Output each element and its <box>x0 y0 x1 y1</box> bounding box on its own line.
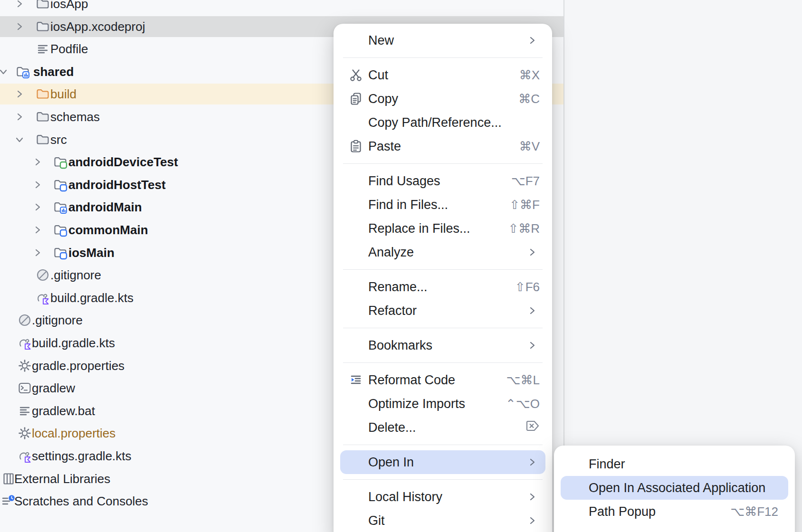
menu-item-shortcut: ⌘X <box>519 68 540 83</box>
menu-separator <box>343 163 543 164</box>
chevron-right-icon[interactable] <box>32 157 43 167</box>
chevron-down-icon[interactable] <box>14 134 25 145</box>
menu-item-shortcut: ⌃⌥O <box>506 397 540 411</box>
menu-item-label: Cut <box>368 68 388 83</box>
menu-item-label: Paste <box>368 139 401 154</box>
menu-item-shortcut: ⌥⌘L <box>506 373 540 388</box>
menu-item-local-history[interactable]: Local History <box>340 485 545 509</box>
submenu-item-path-popup[interactable]: Path Popup⌥⌘F12 <box>561 500 788 523</box>
submenu-arrow-icon <box>527 34 537 47</box>
menu-item-delete[interactable]: Delete... <box>340 416 545 439</box>
tree-item-label: .gitignore <box>32 313 83 328</box>
menu-item-label: Find Usages <box>368 174 440 189</box>
folder-module-icon <box>15 64 30 79</box>
menu-item-shortcut: ⌘C <box>518 92 540 106</box>
chevron-right-icon[interactable] <box>32 202 43 212</box>
file-lines-icon <box>17 403 32 418</box>
menu-item-reformat-code[interactable]: Reformat Code⌥⌘L <box>340 368 545 392</box>
tree-item-label: gradle.properties <box>32 358 124 373</box>
folder-source-icon <box>53 222 68 238</box>
menu-item-shortcut: ⇧⌘F <box>509 198 540 212</box>
chevron-right-icon[interactable] <box>32 225 43 235</box>
chevron-right-icon[interactable] <box>14 112 25 122</box>
menu-item-bookmarks[interactable]: Bookmarks <box>340 333 545 357</box>
menu-item-label: Optimize Imports <box>368 397 465 411</box>
menu-item-replace-in-files[interactable]: Replace in Files...⇧⌘R <box>340 217 545 240</box>
menu-item-label: Analyze <box>368 245 414 260</box>
submenu-arrow-icon <box>527 456 537 468</box>
ide-screen: iosApp iosApp.xcodeproj Podfile shared b… <box>0 0 802 532</box>
menu-item-label: Copy <box>368 92 398 106</box>
menu-item-label: Replace in Files... <box>368 221 470 236</box>
tree-item-label: local.properties <box>32 426 115 441</box>
folder-source-icon <box>53 177 68 192</box>
folder-icon <box>35 19 50 34</box>
menu-item-label: Open In Associated Application <box>589 481 765 495</box>
tree-item-label: androidDeviceTest <box>68 155 178 170</box>
submenu-item-finder[interactable]: Finder <box>561 452 788 476</box>
menu-separator <box>343 362 543 363</box>
menu-item-analyze[interactable]: Analyze <box>340 240 545 264</box>
menu-item-open-in[interactable]: Open In <box>340 450 545 474</box>
folder-icon <box>35 0 50 11</box>
chevron-right-icon[interactable] <box>32 247 43 258</box>
menu-item-label: Path Popup <box>589 504 656 519</box>
context-menu: New Cut⌘X Copy⌘CCopy Path/Reference... P… <box>334 24 552 532</box>
folder-test-icon <box>53 154 68 170</box>
tree-item-label: shared <box>33 64 74 79</box>
submenu-item-open-in-associated-application[interactable]: Open In Associated Application <box>561 476 788 500</box>
copy-icon <box>348 91 364 107</box>
menu-separator <box>343 57 543 58</box>
tree-item-label: settings.gradle.kts <box>32 449 132 464</box>
tree-item-iosapp[interactable]: iosApp <box>0 0 563 14</box>
gradle-kts-icon <box>17 448 32 464</box>
submenu-arrow-icon <box>527 514 537 527</box>
tree-item-label: iosMain <box>68 245 115 260</box>
menu-item-shortcut: ⇧⌘R <box>508 221 540 236</box>
menu-item-git[interactable]: Git <box>340 509 545 532</box>
delete-forward-icon <box>525 420 540 436</box>
menu-item-cut[interactable]: Cut⌘X <box>340 63 545 87</box>
menu-item-label: Git <box>368 513 385 528</box>
menu-item-shortcut: ⌥⌘F12 <box>730 504 778 519</box>
tree-item-label: External Libraries <box>14 471 110 486</box>
chevron-right-icon[interactable] <box>14 0 25 9</box>
menu-item-label: Open In <box>368 455 414 470</box>
menu-item-rename[interactable]: Rename...⇧F6 <box>340 275 545 299</box>
menu-item-optimize-imports[interactable]: Optimize Imports⌃⌥O <box>340 392 545 416</box>
menu-item-new[interactable]: New <box>340 28 545 52</box>
menu-item-copy-path-reference[interactable]: Copy Path/Reference... <box>340 111 545 134</box>
chevron-right-icon[interactable] <box>32 180 43 190</box>
menu-item-refactor[interactable]: Refactor <box>340 299 545 323</box>
folder-excluded-icon <box>35 86 50 102</box>
menu-item-find-in-files[interactable]: Find in Files...⇧⌘F <box>340 193 545 217</box>
menu-item-label: New <box>368 33 394 48</box>
submenu-arrow-icon <box>527 304 537 317</box>
submenu-arrow-icon <box>527 339 537 352</box>
folder-icon <box>35 132 50 147</box>
ignored-icon <box>35 267 50 283</box>
menu-item-shortcut: ⇧F6 <box>515 280 540 294</box>
folder-module-icon <box>53 200 68 215</box>
tree-item-label: schemas <box>50 110 100 124</box>
menu-separator <box>343 445 543 445</box>
tree-item-label: src <box>50 132 67 147</box>
menu-separator <box>343 328 543 328</box>
tree-item-label: Scratches and Consoles <box>14 494 148 509</box>
menu-item-label: Copy Path/Reference... <box>368 115 502 130</box>
menu-item-label: Rename... <box>368 280 428 294</box>
tree-item-label: gradlew <box>32 381 75 396</box>
tree-item-label: androidHostTest <box>68 177 166 192</box>
gear-icon <box>17 426 32 441</box>
reformat-icon <box>348 372 364 388</box>
tree-item-label: iosApp.xcodeproj <box>50 19 145 34</box>
chevron-down-icon[interactable] <box>0 66 9 77</box>
menu-item-paste[interactable]: Paste⌘V <box>340 134 545 158</box>
menu-item-copy[interactable]: Copy⌘C <box>340 87 545 111</box>
ignored-icon <box>17 313 32 328</box>
menu-item-find-usages[interactable]: Find Usages⌥F7 <box>340 169 545 193</box>
chevron-right-icon[interactable] <box>14 89 25 99</box>
chevron-right-icon[interactable] <box>14 21 25 32</box>
menu-item-shortcut: ⌥F7 <box>511 174 540 189</box>
open-in-submenu: FinderOpen In Associated ApplicationPath… <box>554 446 795 532</box>
